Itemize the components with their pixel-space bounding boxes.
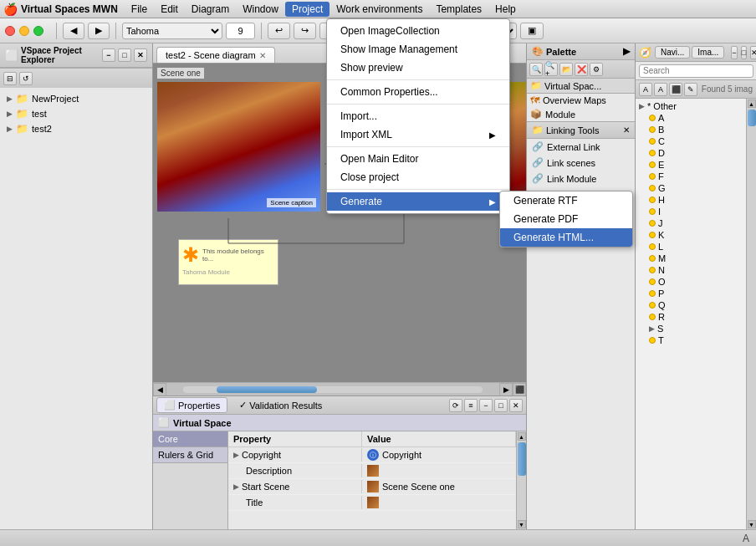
tree-item-t[interactable]: T	[647, 334, 744, 346]
menu-diagram[interactable]: Diagram	[185, 2, 236, 17]
prop-scrollbar[interactable]: ▲ ▼	[516, 431, 526, 529]
maximize-button[interactable]	[33, 26, 43, 36]
font-size-input[interactable]	[226, 23, 255, 39]
palette-btn-5[interactable]: ⚙	[590, 63, 603, 76]
tree-item-m[interactable]: M	[647, 253, 744, 264]
font-selector[interactable]: Tahoma	[122, 23, 222, 39]
palette-expand-btn[interactable]: ▶	[623, 46, 630, 57]
minimize-panel-btn[interactable]: −	[102, 48, 115, 62]
palette-btn-1[interactable]: 🔍	[529, 63, 543, 76]
tree-btn-b[interactable]: A	[654, 83, 667, 96]
scroll-right-btn[interactable]: ▶	[499, 383, 513, 396]
scroll-corner[interactable]: ⬛	[513, 383, 526, 396]
tree-btn-a[interactable]: A	[639, 83, 652, 96]
tree-item-f[interactable]: F	[647, 171, 744, 182]
menu-common-properties[interactable]: Common Properties...	[327, 83, 509, 101]
scrollbar-thumb[interactable]	[217, 386, 317, 393]
far-right-min-btn[interactable]: −	[731, 46, 737, 59]
search-input[interactable]	[639, 64, 753, 78]
tree-item-c[interactable]: C	[647, 135, 744, 147]
zoom-fit-btn[interactable]: ▣	[520, 23, 544, 39]
tree-item-q[interactable]: Q	[647, 299, 744, 311]
fwd-btn[interactable]: ▶	[88, 23, 110, 39]
tree-item-b[interactable]: B	[647, 124, 744, 135]
menu-show-preview[interactable]: Show preview	[327, 59, 509, 77]
copyright-arrow[interactable]: ▶	[233, 451, 239, 459]
overview-maps-item[interactable]: 🗺 Overview Maps	[527, 94, 635, 107]
bp-minimize-btn[interactable]: −	[479, 399, 493, 412]
menu-work-environments[interactable]: Work environments	[329, 2, 429, 17]
tree-item-k[interactable]: K	[647, 229, 744, 241]
tab-close-btn[interactable]: ✕	[259, 51, 266, 60]
menu-project[interactable]: Project	[285, 2, 329, 17]
menu-edit[interactable]: Edit	[154, 2, 185, 17]
bp-sync-btn[interactable]: ⟳	[449, 399, 462, 412]
tree-item-a[interactable]: A	[647, 112, 744, 124]
refresh-btn[interactable]: ↺	[19, 72, 33, 85]
collapse-all-btn[interactable]: ⊟	[3, 72, 17, 85]
img-scroll-thumb[interactable]	[748, 110, 756, 126]
menu-import[interactable]: Import...	[327, 107, 509, 125]
app-name[interactable]: Virtual Spaces MWN	[21, 3, 118, 15]
tree-item-e[interactable]: E	[647, 159, 744, 171]
tree-item-newproject[interactable]: ▶ 📁 NewProject	[3, 91, 149, 106]
close-panel-btn[interactable]: ✕	[134, 48, 147, 62]
submenu-generate-html[interactable]: Generate HTML...	[500, 228, 632, 247]
tree-item-g[interactable]: G	[647, 182, 744, 194]
startscene-arrow[interactable]: ▶	[233, 482, 239, 491]
prop-scroll-thumb[interactable]	[518, 442, 526, 476]
tree-root-item[interactable]: ▶ * Other	[637, 100, 744, 112]
tree-btn-c[interactable]: ⬛	[669, 83, 682, 96]
close-button[interactable]	[5, 26, 15, 36]
tree-item-test[interactable]: ▶ 📁 test	[3, 106, 149, 121]
menu-import-xml[interactable]: Import XML ▶	[327, 125, 509, 144]
rulers-section[interactable]: Rulers & Grid	[153, 447, 227, 463]
tab-navi[interactable]: Navi...	[655, 46, 690, 59]
tab-validation[interactable]: ✓ Validation Results	[232, 398, 329, 412]
prop-scroll-down[interactable]: ▼	[518, 520, 526, 528]
tree-item-l[interactable]: L	[647, 241, 744, 253]
scene-tab[interactable]: test2 - Scene diagram ✕	[156, 47, 275, 63]
menu-generate[interactable]: Generate ▶	[327, 192, 509, 211]
menu-file[interactable]: File	[125, 2, 154, 17]
tree-item-n[interactable]: N	[647, 264, 744, 276]
scroll-left-btn[interactable]: ◀	[153, 383, 166, 396]
external-link-item[interactable]: 🔗 External Link	[527, 139, 635, 155]
img-tree-scrollbar[interactable]: ▲ ▼	[746, 99, 756, 529]
h-scrollbar[interactable]: ◀ ▶ ⬛	[153, 382, 526, 395]
toolbar-icon-2[interactable]: ↪	[294, 23, 316, 39]
core-section[interactable]: Core	[153, 431, 227, 447]
vspace-header[interactable]: 📁 Virtual Spac...	[527, 79, 635, 94]
menu-open-main-editor[interactable]: Open Main Editor	[327, 150, 509, 168]
palette-btn-2[interactable]: 🔍+	[544, 63, 558, 76]
tree-btn-d[interactable]: ✎	[684, 83, 697, 96]
prop-scroll-up[interactable]: ▲	[518, 432, 526, 441]
scene-one-image-box[interactable]: Scene caption	[157, 82, 320, 212]
submenu-generate-rtf[interactable]: Generate RTF	[500, 191, 632, 210]
far-right-close-btn[interactable]: ✕	[750, 46, 756, 59]
tree-item-p[interactable]: P	[647, 288, 744, 299]
linking-close-btn[interactable]: ✕	[623, 125, 630, 135]
img-scroll-up[interactable]: ▲	[748, 100, 756, 108]
link-scenes-item[interactable]: 🔗 Link scenes	[527, 155, 635, 171]
menu-templates[interactable]: Templates	[429, 2, 488, 17]
tree-item-s[interactable]: ▶ S	[647, 323, 744, 334]
toolbar-icon-1[interactable]: ↩	[268, 23, 290, 39]
scrollbar-track[interactable]	[183, 386, 483, 393]
palette-btn-4[interactable]: ❌	[575, 63, 588, 76]
tree-item-o[interactable]: O	[647, 276, 744, 288]
submenu-generate-pdf[interactable]: Generate PDF	[500, 210, 632, 228]
tab-properties[interactable]: ⬜ Properties	[156, 397, 227, 413]
bp-maximize-btn[interactable]: □	[494, 399, 508, 412]
far-right-max-btn[interactable]: □	[741, 46, 747, 59]
menu-help[interactable]: Help	[488, 2, 523, 17]
tree-item-d[interactable]: D	[647, 147, 744, 159]
module-box[interactable]: ✱ This module belongs to... Tahoma Modul…	[178, 239, 278, 285]
module-item[interactable]: 📦 Module	[527, 107, 635, 121]
menu-window[interactable]: Window	[236, 2, 285, 17]
menu-show-image-management[interactable]: Show Image Management	[327, 40, 509, 59]
minimize-button[interactable]	[19, 26, 29, 36]
tree-item-i[interactable]: I	[647, 206, 744, 217]
maximize-panel-btn[interactable]: □	[118, 48, 131, 62]
link-module-item[interactable]: 🔗 Link Module	[527, 171, 635, 186]
